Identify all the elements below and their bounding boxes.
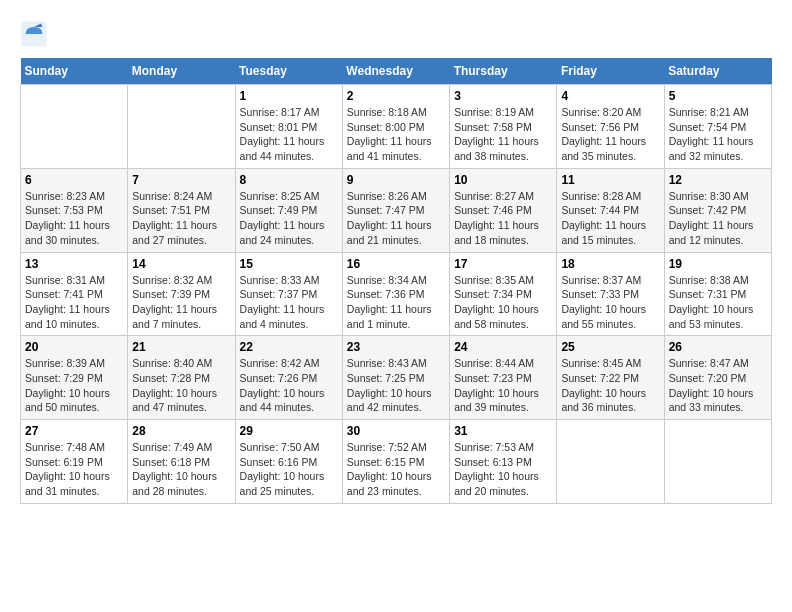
- calendar-cell: [21, 85, 128, 169]
- day-number: 10: [454, 173, 552, 187]
- day-header-saturday: Saturday: [664, 58, 771, 85]
- day-info: Sunrise: 8:32 AMSunset: 7:39 PMDaylight:…: [132, 273, 230, 332]
- day-number: 18: [561, 257, 659, 271]
- day-number: 28: [132, 424, 230, 438]
- day-number: 4: [561, 89, 659, 103]
- day-number: 29: [240, 424, 338, 438]
- day-info: Sunrise: 7:52 AMSunset: 6:15 PMDaylight:…: [347, 440, 445, 499]
- calendar-cell: 10Sunrise: 8:27 AMSunset: 7:46 PMDayligh…: [450, 168, 557, 252]
- calendar-cell: 25Sunrise: 8:45 AMSunset: 7:22 PMDayligh…: [557, 336, 664, 420]
- day-info: Sunrise: 8:18 AMSunset: 8:00 PMDaylight:…: [347, 105, 445, 164]
- day-number: 1: [240, 89, 338, 103]
- logo: [20, 20, 52, 48]
- day-number: 24: [454, 340, 552, 354]
- day-number: 27: [25, 424, 123, 438]
- calendar-cell: 31Sunrise: 7:53 AMSunset: 6:13 PMDayligh…: [450, 420, 557, 504]
- calendar-cell: 16Sunrise: 8:34 AMSunset: 7:36 PMDayligh…: [342, 252, 449, 336]
- calendar-cell: 8Sunrise: 8:25 AMSunset: 7:49 PMDaylight…: [235, 168, 342, 252]
- calendar-cell: 21Sunrise: 8:40 AMSunset: 7:28 PMDayligh…: [128, 336, 235, 420]
- week-row-2: 6Sunrise: 8:23 AMSunset: 7:53 PMDaylight…: [21, 168, 772, 252]
- day-number: 25: [561, 340, 659, 354]
- day-header-monday: Monday: [128, 58, 235, 85]
- calendar-cell: 27Sunrise: 7:48 AMSunset: 6:19 PMDayligh…: [21, 420, 128, 504]
- day-info: Sunrise: 8:27 AMSunset: 7:46 PMDaylight:…: [454, 189, 552, 248]
- day-info: Sunrise: 8:26 AMSunset: 7:47 PMDaylight:…: [347, 189, 445, 248]
- day-info: Sunrise: 8:19 AMSunset: 7:58 PMDaylight:…: [454, 105, 552, 164]
- calendar-cell: 6Sunrise: 8:23 AMSunset: 7:53 PMDaylight…: [21, 168, 128, 252]
- day-header-wednesday: Wednesday: [342, 58, 449, 85]
- day-info: Sunrise: 8:45 AMSunset: 7:22 PMDaylight:…: [561, 356, 659, 415]
- calendar-cell: 3Sunrise: 8:19 AMSunset: 7:58 PMDaylight…: [450, 85, 557, 169]
- day-info: Sunrise: 8:17 AMSunset: 8:01 PMDaylight:…: [240, 105, 338, 164]
- calendar-cell: [664, 420, 771, 504]
- calendar-cell: 17Sunrise: 8:35 AMSunset: 7:34 PMDayligh…: [450, 252, 557, 336]
- day-info: Sunrise: 8:43 AMSunset: 7:25 PMDaylight:…: [347, 356, 445, 415]
- calendar-cell: [557, 420, 664, 504]
- day-number: 23: [347, 340, 445, 354]
- day-number: 22: [240, 340, 338, 354]
- day-info: Sunrise: 8:30 AMSunset: 7:42 PMDaylight:…: [669, 189, 767, 248]
- day-info: Sunrise: 8:37 AMSunset: 7:33 PMDaylight:…: [561, 273, 659, 332]
- day-info: Sunrise: 7:53 AMSunset: 6:13 PMDaylight:…: [454, 440, 552, 499]
- day-number: 14: [132, 257, 230, 271]
- calendar-cell: [128, 85, 235, 169]
- calendar-cell: 24Sunrise: 8:44 AMSunset: 7:23 PMDayligh…: [450, 336, 557, 420]
- day-number: 13: [25, 257, 123, 271]
- calendar-cell: 1Sunrise: 8:17 AMSunset: 8:01 PMDaylight…: [235, 85, 342, 169]
- day-info: Sunrise: 8:38 AMSunset: 7:31 PMDaylight:…: [669, 273, 767, 332]
- calendar-cell: 11Sunrise: 8:28 AMSunset: 7:44 PMDayligh…: [557, 168, 664, 252]
- logo-icon: [20, 20, 48, 48]
- day-number: 17: [454, 257, 552, 271]
- day-header-tuesday: Tuesday: [235, 58, 342, 85]
- calendar-cell: 22Sunrise: 8:42 AMSunset: 7:26 PMDayligh…: [235, 336, 342, 420]
- day-number: 20: [25, 340, 123, 354]
- day-number: 30: [347, 424, 445, 438]
- calendar-cell: 30Sunrise: 7:52 AMSunset: 6:15 PMDayligh…: [342, 420, 449, 504]
- calendar-cell: 18Sunrise: 8:37 AMSunset: 7:33 PMDayligh…: [557, 252, 664, 336]
- day-header-sunday: Sunday: [21, 58, 128, 85]
- calendar-cell: 19Sunrise: 8:38 AMSunset: 7:31 PMDayligh…: [664, 252, 771, 336]
- calendar-cell: 23Sunrise: 8:43 AMSunset: 7:25 PMDayligh…: [342, 336, 449, 420]
- day-info: Sunrise: 8:33 AMSunset: 7:37 PMDaylight:…: [240, 273, 338, 332]
- day-info: Sunrise: 8:34 AMSunset: 7:36 PMDaylight:…: [347, 273, 445, 332]
- page-header: [20, 20, 772, 48]
- day-info: Sunrise: 8:39 AMSunset: 7:29 PMDaylight:…: [25, 356, 123, 415]
- day-number: 6: [25, 173, 123, 187]
- week-row-3: 13Sunrise: 8:31 AMSunset: 7:41 PMDayligh…: [21, 252, 772, 336]
- calendar-cell: 7Sunrise: 8:24 AMSunset: 7:51 PMDaylight…: [128, 168, 235, 252]
- day-number: 2: [347, 89, 445, 103]
- day-info: Sunrise: 7:49 AMSunset: 6:18 PMDaylight:…: [132, 440, 230, 499]
- day-number: 31: [454, 424, 552, 438]
- day-info: Sunrise: 8:40 AMSunset: 7:28 PMDaylight:…: [132, 356, 230, 415]
- day-number: 8: [240, 173, 338, 187]
- day-info: Sunrise: 8:44 AMSunset: 7:23 PMDaylight:…: [454, 356, 552, 415]
- calendar-cell: 29Sunrise: 7:50 AMSunset: 6:16 PMDayligh…: [235, 420, 342, 504]
- day-info: Sunrise: 8:23 AMSunset: 7:53 PMDaylight:…: [25, 189, 123, 248]
- day-number: 7: [132, 173, 230, 187]
- calendar-cell: 28Sunrise: 7:49 AMSunset: 6:18 PMDayligh…: [128, 420, 235, 504]
- day-number: 16: [347, 257, 445, 271]
- day-number: 21: [132, 340, 230, 354]
- day-number: 3: [454, 89, 552, 103]
- calendar-cell: 20Sunrise: 8:39 AMSunset: 7:29 PMDayligh…: [21, 336, 128, 420]
- week-row-1: 1Sunrise: 8:17 AMSunset: 8:01 PMDaylight…: [21, 85, 772, 169]
- day-number: 12: [669, 173, 767, 187]
- day-info: Sunrise: 8:35 AMSunset: 7:34 PMDaylight:…: [454, 273, 552, 332]
- week-row-4: 20Sunrise: 8:39 AMSunset: 7:29 PMDayligh…: [21, 336, 772, 420]
- day-info: Sunrise: 8:21 AMSunset: 7:54 PMDaylight:…: [669, 105, 767, 164]
- calendar-cell: 14Sunrise: 8:32 AMSunset: 7:39 PMDayligh…: [128, 252, 235, 336]
- calendar-cell: 26Sunrise: 8:47 AMSunset: 7:20 PMDayligh…: [664, 336, 771, 420]
- day-number: 5: [669, 89, 767, 103]
- week-row-5: 27Sunrise: 7:48 AMSunset: 6:19 PMDayligh…: [21, 420, 772, 504]
- day-number: 26: [669, 340, 767, 354]
- day-info: Sunrise: 8:42 AMSunset: 7:26 PMDaylight:…: [240, 356, 338, 415]
- day-header-thursday: Thursday: [450, 58, 557, 85]
- day-info: Sunrise: 8:31 AMSunset: 7:41 PMDaylight:…: [25, 273, 123, 332]
- calendar-table: SundayMondayTuesdayWednesdayThursdayFrid…: [20, 58, 772, 504]
- day-number: 11: [561, 173, 659, 187]
- day-header-friday: Friday: [557, 58, 664, 85]
- calendar-cell: 5Sunrise: 8:21 AMSunset: 7:54 PMDaylight…: [664, 85, 771, 169]
- day-info: Sunrise: 8:25 AMSunset: 7:49 PMDaylight:…: [240, 189, 338, 248]
- day-info: Sunrise: 7:48 AMSunset: 6:19 PMDaylight:…: [25, 440, 123, 499]
- calendar-cell: 12Sunrise: 8:30 AMSunset: 7:42 PMDayligh…: [664, 168, 771, 252]
